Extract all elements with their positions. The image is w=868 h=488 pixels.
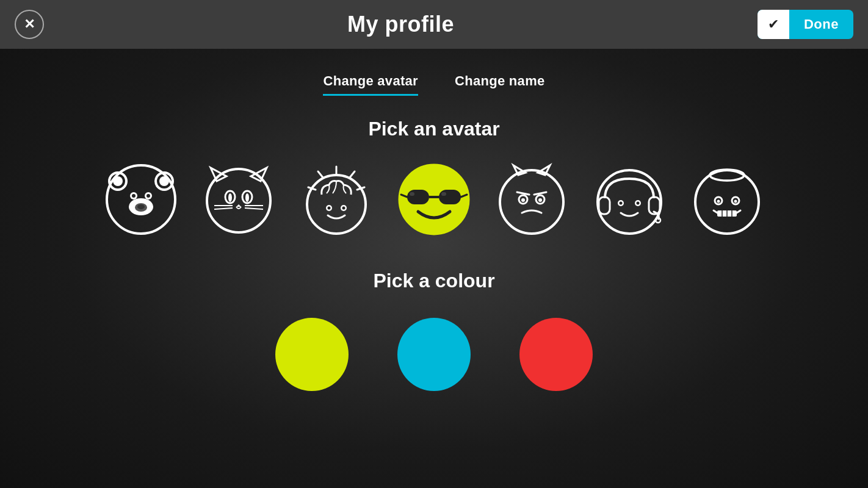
svg-point-11 xyxy=(137,204,145,209)
tab-bar: Change avatar Change name xyxy=(323,73,544,96)
svg-line-21 xyxy=(214,208,233,209)
svg-rect-36 xyxy=(439,190,461,204)
close-button[interactable]: ✕ xyxy=(15,10,44,39)
avatar-cat[interactable] xyxy=(199,160,278,239)
svg-point-48 xyxy=(538,198,542,202)
svg-rect-40 xyxy=(410,192,414,196)
done-button[interactable]: ✔ Done xyxy=(758,10,853,39)
svg-marker-13 xyxy=(211,168,226,181)
svg-line-28 xyxy=(318,171,323,178)
avatar-angel[interactable] xyxy=(687,160,767,239)
svg-point-18 xyxy=(245,193,249,202)
colour-red[interactable] xyxy=(519,318,593,391)
svg-marker-19 xyxy=(236,204,241,207)
app-header: ✕ My profile ✔ Done xyxy=(0,0,868,49)
svg-point-9 xyxy=(146,194,150,198)
svg-line-27 xyxy=(357,187,364,190)
svg-point-3 xyxy=(113,176,123,186)
tab-change-avatar[interactable]: Change avatar xyxy=(323,73,418,96)
svg-line-26 xyxy=(350,171,355,178)
svg-point-8 xyxy=(132,194,136,198)
svg-rect-35 xyxy=(407,190,429,204)
svg-line-29 xyxy=(308,187,316,190)
done-check-icon: ✔ xyxy=(758,10,789,39)
svg-point-32 xyxy=(328,207,331,210)
avatar-headphones[interactable] xyxy=(590,160,669,239)
avatar-devil[interactable] xyxy=(492,160,571,239)
svg-point-67 xyxy=(717,200,720,203)
colour-blue[interactable] xyxy=(397,318,471,391)
page-title: My profile xyxy=(347,12,454,37)
content-area: Change avatar Change name Pick an avatar xyxy=(0,49,868,391)
svg-point-54 xyxy=(656,218,660,223)
svg-point-17 xyxy=(228,193,232,202)
svg-line-50 xyxy=(534,192,546,195)
colours-row xyxy=(275,318,593,391)
svg-line-49 xyxy=(517,192,529,195)
svg-point-33 xyxy=(342,207,345,210)
done-label: Done xyxy=(789,16,853,32)
svg-point-58 xyxy=(637,202,640,205)
colour-yellow[interactable] xyxy=(275,318,349,391)
avatar-brain[interactable] xyxy=(297,160,376,239)
svg-marker-14 xyxy=(251,168,267,181)
avatars-row xyxy=(101,160,767,239)
svg-point-47 xyxy=(521,198,525,202)
svg-rect-52 xyxy=(599,197,610,214)
svg-rect-41 xyxy=(441,192,446,196)
avatar-koala[interactable] xyxy=(101,160,181,239)
tab-change-name[interactable]: Change name xyxy=(455,73,545,96)
svg-line-23 xyxy=(245,208,263,209)
svg-point-57 xyxy=(620,202,623,205)
avatar-cool[interactable] xyxy=(394,160,474,239)
svg-point-4 xyxy=(159,176,169,186)
avatar-section-title: Pick an avatar xyxy=(368,118,499,140)
svg-point-42 xyxy=(500,170,563,234)
colour-section-title: Pick a colour xyxy=(373,270,494,292)
svg-point-68 xyxy=(734,200,737,203)
